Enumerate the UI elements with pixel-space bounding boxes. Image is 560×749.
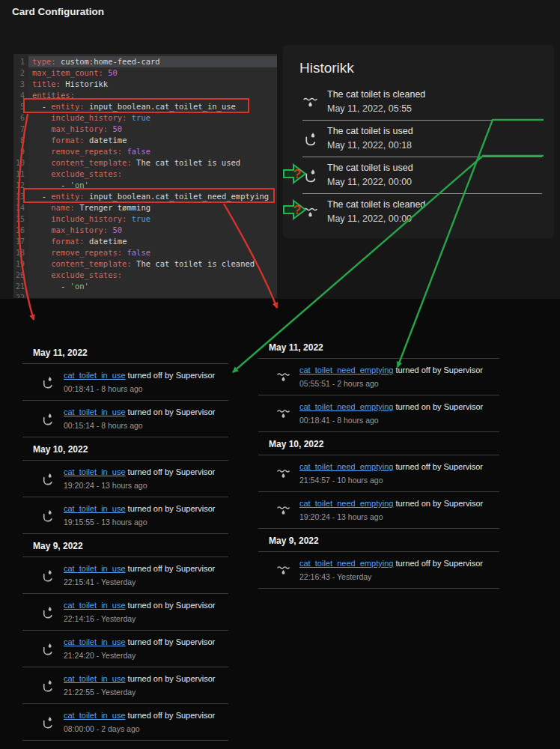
entity-link[interactable]: cat_toilet_in_use: [64, 711, 126, 720]
yaml-token: entity:: [51, 192, 84, 201]
entity-link[interactable]: cat_toilet_in_use: [64, 637, 126, 646]
yaml-token: remove_repeats:: [51, 248, 122, 257]
entity-link[interactable]: cat_toilet_need_emptying: [299, 402, 393, 411]
yaml-token: [32, 214, 51, 223]
entity-link[interactable]: cat_toilet_need_emptying: [299, 462, 393, 471]
entity-link[interactable]: cat_toilet_in_use: [64, 601, 126, 610]
yaml-token: -: [32, 102, 51, 111]
code-line[interactable]: include_history: true: [28, 213, 277, 225]
logbook-time: 21:24:20 - Yesterday: [64, 651, 215, 661]
entity-link[interactable]: cat_toilet_in_use: [64, 467, 126, 476]
entity-link[interactable]: cat_toilet_in_use: [64, 371, 126, 380]
logbook-message: turned off by Supervisor: [126, 467, 216, 476]
logbook-time: 19:20:24 - 13 hours ago: [64, 481, 215, 491]
code-line[interactable]: - entity: input_boolean.cat_toilet_in_us…: [28, 101, 277, 112]
logbook-time: 19:15:55 - 13 hours ago: [64, 518, 215, 527]
line-number: 5: [13, 101, 25, 112]
code-line[interactable]: remove_repeats: false: [28, 247, 277, 258]
entity-link[interactable]: cat_toilet_in_use: [64, 504, 126, 513]
entity-link[interactable]: cat_toilet_in_use: [64, 564, 126, 573]
line-number: 1: [13, 56, 25, 67]
yaml-token: [32, 237, 51, 246]
line-number: 18: [13, 247, 25, 258]
code-line[interactable]: remove_repeats: false: [28, 146, 277, 157]
code-line[interactable]: content_template: The cat toilet is clea…: [28, 258, 277, 270]
code-line[interactable]: - 'on': [28, 180, 277, 191]
entity-link[interactable]: cat_toilet_in_use: [64, 674, 126, 683]
yaml-token: max_item_count:: [32, 68, 103, 77]
logbook-message: turned off by Supervisor: [393, 559, 483, 568]
line-number: 16: [13, 225, 25, 236]
logbook-entry: cat_toilet_need_emptying turned off by S…: [258, 359, 499, 395]
entity-link[interactable]: cat_toilet_need_emptying: [299, 499, 393, 508]
code-line[interactable]: format: datetime: [28, 236, 277, 247]
divider: [302, 120, 542, 121]
yaml-token: title:: [32, 79, 61, 88]
code-line[interactable]: entities:: [28, 90, 277, 101]
feed-item-timestamp: May 11, 2022, 00:00: [327, 177, 413, 188]
code-line[interactable]: max_history: 50: [28, 225, 277, 236]
date-header: May 9, 2022: [22, 534, 228, 557]
logbook-message: turned off by Supervisor: [126, 564, 216, 573]
code-line[interactable]: max_history: 50: [28, 124, 277, 135]
yaml-token: -: [32, 181, 70, 189]
logbook-time: 21:54:57 - 10 hours ago: [299, 476, 483, 485]
code-line[interactable]: [28, 292, 277, 298]
feed-item[interactable]: The cat toilet is usedMay 11, 2022, 00:0…: [295, 159, 542, 192]
toilet-cleaned-icon: [276, 407, 290, 421]
logbook-message: turned off by Supervisor: [393, 462, 483, 471]
logbook-message: turned off by Supervisor: [126, 371, 216, 380]
code-line[interactable]: name: Trenger tømming: [28, 202, 277, 213]
code-line[interactable]: type: custom:home-feed-card: [28, 56, 277, 67]
yaml-token: Trenger tømming: [75, 203, 150, 212]
logbook-entry: cat_toilet_need_emptying turned on by Su…: [258, 492, 499, 529]
logbook-entry: cat_toilet_need_emptying turned off by S…: [258, 552, 499, 589]
yaml-token: type:: [32, 57, 56, 66]
feed-item[interactable]: The cat toilet is cleanedMay 11, 2022, 0…: [295, 85, 542, 118]
logbook-time: 22:14:16 - Yesterday: [64, 614, 215, 624]
yaml-token: exclude_states:: [51, 270, 122, 279]
yaml-token: The cat toilet is cleaned: [132, 259, 255, 268]
yaml-token: [32, 169, 51, 178]
logbook-entry: cat_toilet_need_emptying turned off by S…: [258, 455, 499, 492]
line-number: 9: [13, 146, 25, 157]
code-line[interactable]: content_template: The cat toilet is used: [28, 157, 277, 169]
code-line[interactable]: - entity: input_boolean.cat_toilet_need_…: [28, 191, 277, 202]
yaml-token: 50: [103, 68, 118, 77]
yaml-token: 50: [108, 225, 122, 234]
yaml-token: 'on': [70, 282, 89, 291]
logbook-cat-toilet-in-use: May 11, 2022cat_toilet_in_use turned off…: [22, 341, 228, 741]
feed-item-title: The cat toilet is used: [327, 163, 413, 174]
yaml-editor[interactable]: 12345678910111213141516171819202122 type…: [13, 54, 277, 298]
code-line[interactable]: max_item_count: 50: [28, 67, 277, 79]
entity-link[interactable]: cat_toilet_in_use: [64, 407, 126, 416]
yaml-token: remove_repeats:: [51, 147, 122, 156]
yaml-token: [32, 248, 51, 257]
logbook-entry: cat_toilet_in_use turned off by Supervis…: [22, 704, 228, 741]
code-line[interactable]: include_history: true: [28, 112, 277, 124]
yaml-token: true: [127, 113, 150, 122]
yaml-token: format:: [51, 136, 84, 145]
code-line[interactable]: format: datetime: [28, 135, 277, 146]
logbook-message: turned on by Supervisor: [393, 499, 483, 508]
feed-item[interactable]: The cat toilet is cleanedMay 11, 2022, 0…: [295, 195, 542, 228]
code-line[interactable]: title: Historikk: [28, 79, 277, 90]
logbook-time: 00:15:14 - 8 hours ago: [64, 421, 215, 431]
code-line[interactable]: exclude_states:: [28, 270, 277, 281]
logbook-entry: cat_toilet_in_use turned off by Supervis…: [22, 557, 228, 594]
editor-code[interactable]: type: custom:home-feed-cardmax_item_coun…: [28, 54, 277, 298]
code-line[interactable]: exclude_states:: [28, 169, 277, 180]
line-number: 11: [13, 169, 25, 180]
entity-link[interactable]: cat_toilet_need_emptying: [299, 559, 393, 568]
toilet-cleaned-icon: [276, 563, 290, 577]
feed-item[interactable]: The cat toilet is usedMay 11, 2022, 00:1…: [295, 122, 542, 155]
code-line[interactable]: - 'on': [28, 281, 277, 292]
date-header: May 11, 2022: [258, 336, 499, 359]
toilet-cleaned-icon: [276, 467, 290, 481]
entity-link[interactable]: cat_toilet_need_emptying: [299, 366, 393, 374]
line-number: 6: [13, 112, 25, 124]
line-number: 12: [13, 180, 25, 191]
yaml-token: entity:: [51, 102, 84, 111]
logbook-message: turned off by Supervisor: [393, 366, 483, 374]
logbook-time: 00:18:41 - 8 hours ago: [64, 384, 215, 394]
